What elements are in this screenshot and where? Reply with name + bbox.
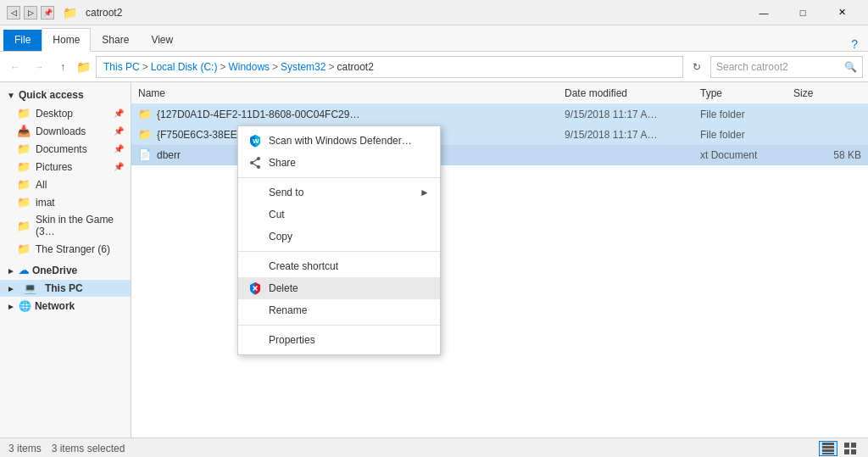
title-bar-controls: ◁ ▷ 📌 (7, 6, 54, 20)
ctx-separator (238, 177, 440, 178)
crumb-windows[interactable]: Windows (228, 61, 270, 73)
share-icon (248, 156, 262, 170)
ribbon: File Home Share View ? (0, 25, 868, 52)
minimize-button[interactable]: — (744, 0, 783, 25)
crumb-thispc[interactable]: This PC (103, 61, 140, 73)
ctx-copy-label: Copy (269, 231, 292, 242)
address-bar-area: ← → ↑ 📁 This PC > Local Disk (C:) > Wind… (0, 52, 868, 82)
ctx-rename[interactable]: Rename (238, 299, 440, 321)
svg-rect-1 (822, 446, 834, 449)
ctx-scan[interactable]: W Scan with Windows Defender… (238, 130, 440, 152)
title-bar: ◁ ▷ 📌 📁 catroot2 — □ ✕ (0, 0, 868, 25)
tab-home[interactable]: Home (42, 28, 91, 52)
view-controls (819, 441, 860, 456)
ctx-copy[interactable]: Copy (238, 226, 440, 248)
ctx-rename-label: Rename (269, 304, 307, 316)
chevron-icon: ▼ (7, 91, 15, 100)
chevron-icon: ► (7, 266, 15, 276)
folder-icon: 📁 (17, 160, 31, 173)
ribbon-help[interactable]: ? (851, 37, 858, 51)
ctx-separator (238, 325, 440, 326)
col-type-header[interactable]: Type (700, 87, 793, 99)
status-bar: 3 items 3 items selected (0, 437, 868, 457)
sidebar-item-label: imat (36, 197, 55, 209)
sidebar-item-skin[interactable]: 📁 Skin in the Game (3… (0, 211, 131, 240)
crumb-current: catroot2 (337, 61, 373, 73)
window-title: catroot2 (86, 7, 739, 19)
crumb-system32[interactable]: System32 (281, 61, 326, 73)
ctx-share[interactable]: Share (238, 152, 440, 174)
ctx-properties[interactable]: Properties (238, 329, 440, 351)
search-placeholder: Search catroot2 (716, 61, 788, 73)
file-row[interactable]: 📁 {127D0A1D-4EF2-11D1-8608-00C04FC29… 9/… (131, 104, 868, 125)
folder-icon: 📁 (17, 196, 31, 209)
pin-icon: 📌 (114, 126, 124, 136)
maximize-button[interactable]: □ (783, 0, 822, 25)
folder-icon: 📁 (17, 107, 31, 120)
file-icon: 📁 (138, 128, 152, 141)
svg-line-13 (252, 163, 259, 167)
file-icon: 📄 (138, 148, 152, 161)
chevron-icon: ► (7, 284, 15, 293)
thispc-label: This PC (45, 282, 83, 294)
svg-rect-2 (822, 449, 834, 452)
tab-view[interactable]: View (140, 28, 184, 51)
tb-back[interactable]: ◁ (7, 6, 20, 20)
ribbon-tabs: File Home Share View ? (0, 25, 868, 51)
pin-icon: 📌 (114, 109, 124, 118)
file-modified: 9/15/2018 11:17 A… (565, 129, 700, 141)
crumb-localc[interactable]: Local Disk (C:) (151, 61, 218, 73)
empty-icon (248, 333, 262, 347)
back-button[interactable]: ← (5, 57, 25, 77)
onedrive-label: OneDrive (32, 265, 77, 276)
forward-button[interactable]: → (29, 57, 49, 77)
sidebar-item-downloads[interactable]: 📥 Downloads 📌 (0, 122, 131, 140)
ctx-delete[interactable]: Delete (238, 277, 440, 299)
folder-icon: 📁 (17, 178, 31, 191)
up-button[interactable]: ↑ (53, 57, 73, 77)
col-size-header[interactable]: Size (793, 87, 861, 99)
sidebar-item-imat[interactable]: 📁 imat (0, 193, 131, 211)
sidebar-section-onedrive[interactable]: ► ☁ OneDrive (0, 261, 131, 280)
sidebar-section-thispc[interactable]: ► 💻 This PC (0, 280, 131, 297)
ctx-scan-label: Scan with Windows Defender… (269, 135, 412, 147)
file-modified: 9/15/2018 11:17 A… (565, 109, 700, 120)
ctx-share-label: Share (269, 157, 296, 169)
svg-rect-3 (822, 453, 834, 454)
empty-icon (248, 186, 262, 199)
ctx-sendto[interactable]: Send to ► (238, 181, 440, 203)
tb-forward[interactable]: ▷ (24, 6, 37, 20)
search-box[interactable]: Search catroot2 🔍 (710, 56, 863, 78)
empty-icon (248, 208, 262, 221)
empty-icon (248, 230, 262, 243)
context-menu: W Scan with Windows Defender… Share Send… (237, 125, 441, 355)
sidebar: ▼ Quick access 📁 Desktop 📌 📥 Downloads 📌… (0, 82, 131, 437)
sidebar-item-stranger[interactable]: 📁 The Stranger (6) (0, 240, 131, 258)
col-name-header[interactable]: Name (138, 87, 565, 99)
address-bar[interactable]: This PC > Local Disk (C:) > Windows > Sy… (96, 56, 683, 78)
folder-icon: 📁 (17, 242, 31, 255)
ctx-create-shortcut[interactable]: Create shortcut (238, 255, 440, 277)
large-icons-view-button[interactable] (841, 441, 860, 456)
sidebar-section-network[interactable]: ► 🌐 Network (0, 297, 131, 315)
close-button[interactable]: ✕ (822, 0, 861, 25)
details-view-button[interactable] (819, 441, 837, 456)
sidebar-item-all[interactable]: 📁 All (0, 176, 131, 193)
tab-file[interactable]: File (3, 30, 42, 51)
download-icon: 📥 (17, 125, 31, 137)
sidebar-section-quick-access[interactable]: ▼ Quick access (0, 86, 131, 104)
tb-pin[interactable]: 📌 (41, 6, 54, 20)
col-modified-header[interactable]: Date modified (565, 87, 700, 99)
tab-share[interactable]: Share (91, 28, 140, 51)
refresh-button[interactable]: ↻ (687, 57, 707, 77)
sidebar-item-desktop[interactable]: 📁 Desktop 📌 (0, 104, 131, 122)
sidebar-item-pictures[interactable]: 📁 Pictures 📌 (0, 158, 131, 176)
ctx-cut-label: Cut (269, 209, 285, 220)
ctx-cut[interactable]: Cut (238, 203, 440, 226)
svg-rect-6 (844, 449, 849, 454)
file-type: File folder (700, 129, 793, 141)
search-icon: 🔍 (844, 61, 857, 73)
empty-icon (248, 304, 262, 317)
sidebar-item-documents[interactable]: 📁 Documents 📌 (0, 140, 131, 158)
sidebar-item-label: The Stranger (6) (36, 243, 110, 255)
